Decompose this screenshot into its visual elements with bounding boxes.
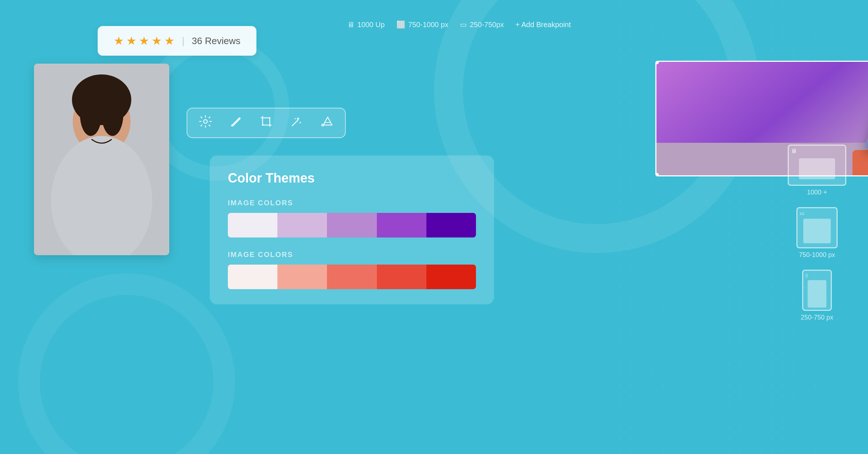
star-2: ★ [126, 34, 137, 48]
bg-decoration-2 [18, 273, 235, 454]
swatch-1-2[interactable] [277, 213, 327, 237]
breakpoint-1000up-label: 1000 Up [357, 21, 385, 29]
star-1: ★ [114, 34, 124, 48]
crop-tool-icon[interactable] [260, 115, 273, 131]
thumbnails-container: 🖥 1000 + ▭ 750-1000 px ▯ 250-750 px [788, 145, 846, 321]
rating-card: ★ ★ ★ ★ ★ | 36 Reviews [98, 26, 256, 56]
svg-point-8 [107, 121, 114, 128]
star-rating: ★ ★ ★ ★ ★ [114, 34, 175, 48]
swatch-2-3[interactable] [327, 265, 376, 289]
image-colors-label-2: IMAGE COLORS [228, 250, 476, 259]
thumb-mobile-icon: ▯ [805, 273, 808, 278]
swatch-2-1[interactable] [228, 265, 277, 289]
panel-title: Color Themes [228, 171, 476, 186]
color-swatches-1[interactable] [228, 213, 476, 237]
thumb-label-2: 750-1000 px [799, 251, 835, 259]
swatch-2-2[interactable] [277, 265, 327, 289]
review-count: 36 Reviews [192, 35, 240, 47]
color-themes-panel: Color Themes IMAGE COLORS IMAGE COLORS [210, 155, 494, 304]
main-image-frame-wrapper[interactable]: SÜSS BLUEBERRY·CHAI [328, 30, 663, 146]
thumbnail-1000up[interactable]: 🖥 1000 + [788, 145, 846, 196]
thumb-frame-1[interactable]: 🖥 [788, 145, 846, 186]
svg-point-11 [269, 117, 271, 119]
add-breakpoint-button[interactable]: + Add Breakpoint [515, 21, 571, 29]
thumb-label-3: 250-750 px [801, 314, 833, 321]
swatch-1-3[interactable] [327, 213, 376, 237]
svg-point-7 [89, 121, 96, 128]
breakpoint-250-750-label: 250-750px [470, 21, 504, 29]
color-swatches-2[interactable] [228, 265, 476, 289]
thumb-inner-3 [808, 280, 826, 308]
monitor-icon: 🖥 [347, 21, 354, 29]
swatch-1-5[interactable] [426, 213, 476, 237]
swatch-1-1[interactable] [228, 213, 277, 237]
breakpoint-bar: 🖥 1000 Up ⬜ 750-1000 px ▭ 250-750px + Ad… [347, 20, 571, 29]
magic-wand-tool-icon[interactable] [290, 115, 303, 131]
thumb-inner-1 [799, 158, 835, 179]
product-pedestal [852, 150, 868, 175]
portrait-image [34, 64, 169, 255]
thumb-frame-3[interactable]: ▯ [802, 270, 832, 311]
mobile-icon: ▭ [460, 20, 467, 29]
image-colors-label-1: IMAGE COLORS [228, 199, 476, 207]
star-5: ★ [164, 34, 175, 48]
swatch-1-4[interactable] [377, 213, 426, 237]
svg-point-4 [102, 93, 123, 136]
thumbnail-250-750[interactable]: ▯ 250-750 px [788, 270, 846, 321]
thumb-inner-2 [803, 219, 831, 243]
settings-tool-icon[interactable] [199, 115, 212, 131]
thumbnail-750-1000[interactable]: ▭ 750-1000 px [788, 207, 846, 259]
thumb-frame-2[interactable]: ▭ [796, 207, 838, 248]
swatch-2-5[interactable] [426, 265, 476, 289]
svg-point-15 [321, 124, 324, 127]
thumb-monitor-icon: 🖥 [791, 148, 797, 154]
image-toolbar [187, 108, 346, 138]
thumb-label-1: 1000 + [807, 189, 827, 196]
tablet-icon: ⬜ [396, 20, 405, 29]
breakpoint-250-750[interactable]: ▭ 250-750px [460, 20, 504, 29]
thumb-tablet-icon: ▭ [800, 210, 804, 216]
breakpoint-750-1000-label: 750-1000 px [408, 21, 448, 29]
swatch-2-4[interactable] [377, 265, 426, 289]
svg-point-3 [80, 93, 102, 136]
breakpoint-1000up[interactable]: 🖥 1000 Up [347, 21, 385, 29]
star-4: ★ [152, 34, 162, 48]
brush-tool-icon[interactable] [229, 115, 242, 131]
portrait-image-container [34, 64, 169, 255]
svg-point-10 [239, 117, 241, 119]
svg-point-9 [204, 120, 207, 123]
svg-line-13 [292, 120, 298, 126]
rating-divider: | [182, 35, 184, 47]
svg-point-12 [262, 124, 263, 126]
breakpoint-750-1000[interactable]: ⬜ 750-1000 px [396, 20, 448, 29]
star-3: ★ [139, 34, 149, 48]
